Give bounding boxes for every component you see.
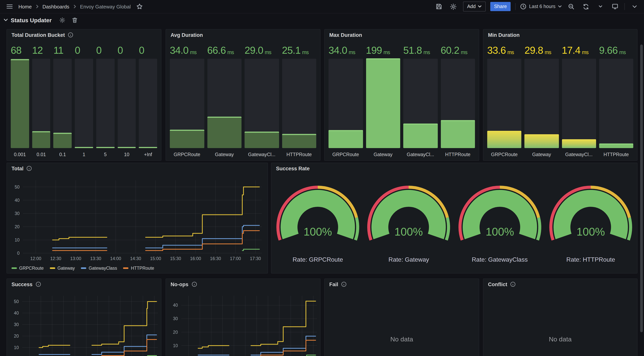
panel-success: Success 12:0012:3013:0013:3014:0014:3015… — [6, 278, 162, 356]
bar-label: HTTPRoute — [282, 148, 316, 157]
bar-column: 110.1 — [54, 43, 72, 157]
info-icon[interactable] — [192, 282, 197, 287]
panel-title[interactable]: Fail — [325, 279, 479, 290]
total-chart[interactable]: 12:0012:3013:0013:3014:0014:3015:0015:30… — [7, 163, 268, 273]
bar-fill — [328, 130, 363, 148]
svg-text:13:30: 13:30 — [90, 256, 101, 261]
legend-item[interactable]: GatewayClass — [81, 266, 117, 270]
save-dashboard-button[interactable] — [434, 2, 444, 12]
toolbar-collapse-button[interactable] — [630, 2, 640, 12]
bar-fill — [366, 59, 400, 148]
bar-track — [54, 59, 72, 148]
row-collapse-chevron-icon[interactable] — [4, 19, 8, 21]
bar-value: 60.2ms — [441, 43, 475, 56]
hamburger-menu-button[interactable] — [4, 2, 14, 12]
bar-value: 0 — [139, 43, 157, 56]
bar-track — [524, 59, 559, 148]
bar-column: 33.6msGRPCRoute — [487, 43, 522, 157]
legend-item[interactable]: HTTPRoute — [123, 266, 154, 270]
no-data-message: No data — [484, 336, 637, 343]
bar-label: 10 — [118, 148, 136, 157]
svg-text:14:00: 14:00 — [110, 256, 121, 261]
svg-text:16:00: 16:00 — [190, 256, 201, 261]
row-settings-gear-icon[interactable] — [59, 17, 65, 23]
panel-title[interactable]: Conflict — [484, 279, 637, 290]
bar-value: 34.0ms — [328, 43, 363, 56]
bar-value: 12 — [32, 43, 50, 56]
bar-column: 0+Inf — [139, 43, 157, 157]
bar-label: 0.001 — [11, 148, 29, 157]
panel-title[interactable]: Avg Duration — [166, 30, 320, 40]
svg-text:12:30: 12:30 — [50, 256, 61, 261]
bar-label: 0.01 — [32, 148, 50, 157]
panel-title[interactable]: Max Duration — [325, 30, 479, 40]
svg-text:12:00: 12:00 — [30, 256, 42, 261]
dashboard-settings-button[interactable] — [448, 2, 458, 12]
bar-label: GRPCRoute — [328, 148, 363, 157]
kiosk-mode-button[interactable] — [610, 2, 620, 12]
gauge-label: Rate: GatewayClass — [472, 256, 528, 263]
bar-column: 29.8msGateway — [524, 43, 559, 157]
bar-column: 34.0msGRPCRoute — [170, 43, 204, 157]
share-button[interactable]: Share — [490, 2, 511, 11]
row-delete-trash-icon[interactable] — [72, 17, 77, 23]
bar-track — [207, 59, 242, 148]
svg-text:17:30: 17:30 — [250, 256, 261, 261]
bar-column: 66.6msGateway — [207, 43, 242, 157]
bar-gauge-max: 34.0msGRPCRoute199msGateway51.8msGateway… — [328, 43, 475, 157]
bar-track — [32, 59, 50, 148]
panel-min-duration: Min Duration 33.6msGRPCRoute29.8msGatewa… — [483, 29, 638, 161]
info-icon[interactable] — [68, 32, 74, 38]
bar-fill — [524, 134, 559, 148]
bar-track — [11, 59, 29, 148]
row-title[interactable]: Status Updater — [11, 17, 52, 23]
panel-title[interactable]: Total Duration Bucket — [7, 30, 161, 40]
svg-text:14:30: 14:30 — [130, 256, 141, 261]
svg-text:100%: 100% — [576, 225, 605, 238]
bar-column: 29.0msGatewayCl... — [244, 43, 279, 157]
toolbar-divider — [515, 3, 516, 10]
favorite-star-button[interactable] — [134, 2, 144, 12]
zoom-out-time-button[interactable] — [566, 2, 576, 12]
bar-fill — [54, 133, 72, 148]
info-icon[interactable] — [36, 282, 41, 287]
panel-title[interactable]: Total — [7, 163, 268, 174]
panel-title[interactable]: Success Rate — [272, 163, 637, 174]
svg-text:15:00: 15:00 — [150, 256, 161, 261]
panel-title[interactable]: Success — [7, 279, 161, 290]
panel-title[interactable]: No-ops — [166, 279, 320, 290]
chevron-right-icon — [36, 5, 38, 9]
breadcrumb-current-dashboard[interactable]: Envoy Gateway Global — [80, 4, 131, 10]
info-icon[interactable] — [510, 282, 516, 287]
svg-text:0: 0 — [17, 251, 20, 256]
bar-track — [599, 59, 634, 148]
bar-track — [487, 59, 522, 148]
breadcrumb-dashboards[interactable]: Dashboards — [42, 4, 69, 10]
refresh-button[interactable] — [581, 2, 591, 12]
bar-fill — [244, 132, 279, 148]
bar-value: 29.0ms — [244, 43, 279, 56]
info-icon[interactable] — [27, 166, 32, 171]
legend-item[interactable]: Gateway — [50, 266, 75, 270]
top-nav-bar: Home Dashboards Envoy Gateway Global — [0, 0, 644, 14]
bar-label: HTTPRoute — [441, 148, 475, 157]
gear-icon — [450, 3, 456, 10]
bar-track — [75, 59, 93, 148]
bar-label: 1 — [75, 148, 93, 157]
bar-column: 199msGateway — [366, 43, 400, 157]
bar-track — [244, 59, 279, 148]
legend-item[interactable]: GRPCRoute — [12, 266, 44, 270]
refresh-interval-dropdown[interactable] — [595, 2, 605, 12]
noops-chart[interactable]: 12:0012:3013:0013:3014:0014:3015:0015:30… — [166, 279, 320, 356]
star-icon — [136, 4, 142, 10]
add-panel-button[interactable]: Add — [463, 2, 486, 12]
bar-column: 34.0msGRPCRoute — [328, 43, 363, 157]
panel-title[interactable]: Min Duration — [484, 30, 637, 40]
info-icon[interactable] — [341, 282, 347, 287]
scrollbar-thumb[interactable] — [640, 45, 643, 332]
time-range-picker[interactable]: Last 6 hours — [520, 4, 562, 10]
breadcrumb-home[interactable]: Home — [18, 4, 32, 10]
bar-value: 25.1ms — [282, 43, 316, 56]
success-chart[interactable]: 12:0012:3013:0013:3014:0014:3015:0015:30… — [7, 279, 161, 356]
bar-label: +Inf — [139, 148, 157, 157]
